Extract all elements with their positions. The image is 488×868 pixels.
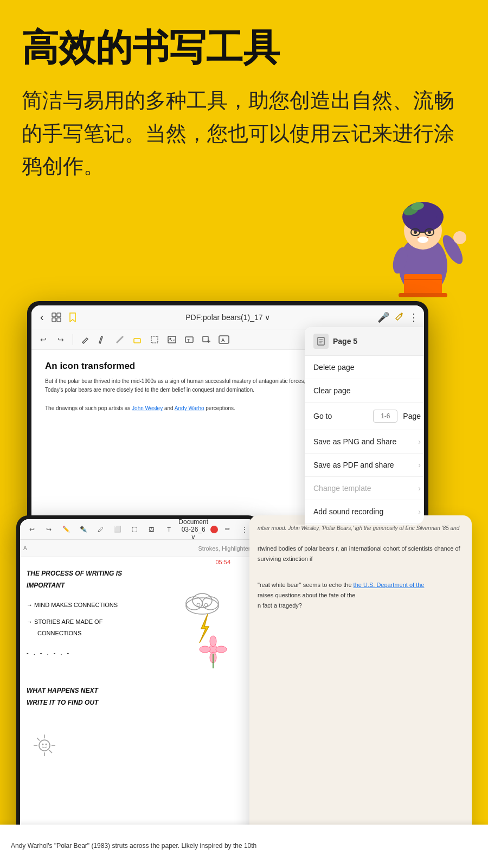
small-pencil-button[interactable]: ✒️ (76, 522, 91, 537)
dept-link[interactable]: the U.S. Department of the (354, 582, 425, 588)
undo-button[interactable]: ↩ (36, 332, 51, 347)
recording-timer: 05:54 (215, 559, 230, 565)
svg-point-62 (200, 646, 210, 653)
experimental-features-item[interactable]: Experimental features (305, 524, 424, 525)
svg-point-60 (210, 636, 216, 647)
small-marker-button[interactable]: 🖊 (93, 522, 108, 537)
change-template-item[interactable]: Change template › (305, 477, 424, 500)
svg-rect-13 (399, 293, 447, 297)
text-box-button[interactable]: T (182, 332, 197, 347)
hw-text-5: WRITE IT TO FIND OUT (27, 699, 98, 706)
small-tablet-inner: ↩ ↪ ✏️ ✒️ 🖊 ⬜ ⬚ 🖼 T Document 03-26_6 ∨ ✏… (20, 519, 256, 848)
bottom-strip: Andy Warhol's "Polar Bear" (1983) struts… (0, 825, 488, 868)
hw-text-3: CONNECTIONS (37, 630, 81, 636)
menu-header: Page 5 (305, 327, 424, 356)
grid-icon[interactable] (50, 311, 62, 323)
svg-point-50 (39, 740, 50, 751)
flower-sketch (197, 633, 229, 673)
pen-tool-button[interactable] (78, 332, 93, 347)
add-sound-item[interactable]: Add sound recording › (305, 500, 424, 524)
goto-page-item[interactable]: Go to Page (305, 403, 424, 430)
image-insert-button[interactable] (199, 332, 214, 347)
svg-rect-18 (52, 313, 56, 317)
change-template-label: Change template (313, 484, 371, 493)
doc-text-content: mber mood. John Wesley, 'Polar Bears,' i… (249, 515, 472, 852)
clear-page-item[interactable]: Clear page (305, 379, 424, 403)
image-tool-button[interactable] (164, 332, 179, 347)
svg-text:T: T (187, 338, 190, 343)
sun-sketch (31, 732, 58, 761)
document-title[interactable]: PDF:polar bears(1)_17 ∨ (82, 313, 374, 322)
small-undo-button[interactable]: ↩ (24, 522, 40, 537)
goto-input[interactable] (373, 410, 397, 423)
hw-arrow-2: → STORIES ARE MADE OF (27, 618, 102, 625)
tablet-inner: ‹ PDF:polar bears(1)_17 ∨ 🎤 ⋮ ↩ ↪ (31, 305, 424, 525)
small-pen-button[interactable]: ✏️ (59, 522, 74, 537)
back-button[interactable]: ‹ (37, 311, 47, 323)
character-illustration (369, 184, 477, 304)
small-image-button[interactable]: 🖼 (144, 522, 159, 537)
chevron-right-icon: › (418, 437, 421, 446)
small-draw-toolbar: A Strokes, Highlighters (20, 540, 256, 557)
svg-rect-21 (57, 318, 61, 322)
save-png-item[interactable]: Save as PNG and Share › (305, 430, 424, 454)
chevron-right-icon-4: › (418, 507, 421, 516)
small-eraser-button[interactable]: ⬜ (110, 522, 125, 537)
delete-page-item[interactable]: Delete page (305, 356, 424, 379)
doc-body-1: rtwined bodies of polar bears r, an inte… (258, 544, 464, 564)
marker-tool-button[interactable] (112, 332, 127, 347)
svg-point-8 (428, 231, 431, 234)
doc-caption-1: mber mood. John Wesley, 'Polar Bears,' i… (258, 524, 464, 533)
small-select-button[interactable]: ⬚ (127, 522, 143, 537)
svg-rect-22 (134, 339, 140, 343)
small-toolbar: ↩ ↪ ✏️ ✒️ 🖊 ⬜ ⬚ 🖼 T Document 03-26_6 ∨ ✏… (20, 519, 256, 540)
chevron-right-icon-3: › (418, 484, 421, 493)
svg-point-47 (192, 593, 212, 608)
small-edit-icon[interactable]: ✏ (220, 522, 235, 537)
eraser-tool-button[interactable] (130, 332, 145, 347)
pencil-tool-button[interactable] (95, 332, 110, 347)
clear-page-label: Clear page (313, 386, 351, 395)
hw-text-2: IMPORTANT (27, 582, 65, 589)
svg-point-7 (414, 231, 417, 234)
svg-rect-20 (52, 318, 56, 322)
page-icon (313, 334, 329, 349)
small-tablet: ↩ ↪ ✏️ ✒️ 🖊 ⬜ ⬚ 🖼 T Document 03-26_6 ∨ ✏… (16, 515, 260, 852)
small-document-title[interactable]: Document 03-26_6 ∨ (178, 519, 208, 541)
andy-warhol-link[interactable]: Andy Warho (175, 405, 204, 411)
save-pdf-item[interactable]: Save as PDF and share › (305, 454, 424, 477)
small-redo-button[interactable]: ↪ (42, 522, 57, 537)
toolbar-right-icons: 🎤 ⋮ (377, 311, 419, 323)
pen-icon[interactable] (395, 312, 403, 323)
redo-button[interactable]: ↪ (53, 332, 68, 347)
page-text: Page (403, 412, 421, 420)
svg-rect-24 (168, 336, 176, 343)
add-sound-label: Add sound recording (313, 507, 383, 516)
doc-panel: mber mood. John Wesley, 'Polar Bears,' i… (249, 515, 472, 852)
small-font-a-button[interactable]: A (23, 545, 27, 551)
goto-label: Go to (313, 412, 332, 420)
more-options-button[interactable]: ⋮ (409, 311, 419, 323)
main-tablet: ‹ PDF:polar bears(1)_17 ∨ 🎤 ⋮ ↩ ↪ (27, 301, 428, 529)
svg-point-49 (204, 603, 208, 607)
context-menu: Page 5 Delete page Clear page Go to Page… (305, 327, 424, 525)
record-button[interactable] (210, 526, 218, 533)
bookmark-icon[interactable] (67, 311, 79, 323)
svg-point-58 (46, 744, 47, 745)
small-textbox-button[interactable]: T (162, 522, 177, 537)
hw-line-1: THE PROCESS OF WRITING IS IMPORTANT (27, 568, 250, 591)
font-tool-button[interactable]: A (216, 332, 232, 347)
select-tool-button[interactable] (147, 332, 162, 347)
svg-line-56 (49, 750, 52, 753)
svg-rect-23 (151, 336, 158, 343)
flower-svg (197, 633, 229, 671)
save-pdf-label: Save as PDF and share (313, 461, 394, 469)
hw-dash-line: - . - . - . - (27, 649, 70, 656)
svg-point-63 (216, 646, 227, 653)
goto-controls: Page (373, 410, 421, 423)
microphone-icon[interactable]: 🎤 (377, 311, 389, 323)
bottom-text: Andy Warhol's "Polar Bear" (1983) struts… (11, 841, 256, 851)
john-wesley-link[interactable]: John Wesley (132, 405, 163, 411)
tablet-toolbar: ‹ PDF:polar bears(1)_17 ∨ 🎤 ⋮ (31, 305, 424, 329)
main-title: 高效的书写工具 (22, 27, 466, 68)
